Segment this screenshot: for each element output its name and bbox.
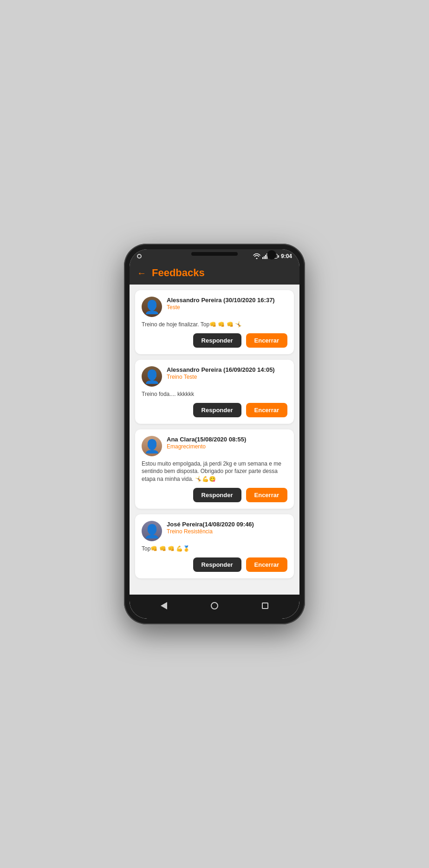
nav-home-button[interactable]	[208, 599, 221, 612]
back-nav-icon	[161, 602, 167, 609]
card-name-3: Ana Clara(15/08/2020 08:55)	[167, 436, 287, 443]
phone-screen: 9:04 ← Feedbacks Alessandro Pereira (30/…	[130, 249, 299, 619]
phone-frame: 9:04 ← Feedbacks Alessandro Pereira (30/…	[124, 244, 305, 624]
encerrar-button-4[interactable]: Encerrar	[246, 557, 287, 572]
card-message-3: Estou muito empolgada, já perdi 2kg e um…	[142, 460, 287, 483]
status-left	[137, 254, 142, 259]
feedback-card-4: José Pereira(14/08/2020 09:46) Treino Re…	[135, 514, 294, 578]
avatar-4	[142, 521, 162, 541]
card-name-4: José Pereira(14/08/2020 09:46)	[167, 521, 287, 528]
card-actions-3: Responder Encerrar	[142, 488, 287, 502]
recent-nav-icon	[262, 602, 268, 609]
feedback-list: Alessandro Pereira (30/10/2020 16:37) Te…	[130, 285, 299, 595]
page-title: Feedbacks	[152, 267, 205, 279]
card-message-1: Treino de hoje finalizar. Top👊 👊 👊 🤸	[142, 321, 287, 329]
card-subtitle-3: Emagrecimento	[167, 443, 287, 450]
bottom-nav	[130, 595, 299, 619]
card-name-2: Alessandro Pereira (16/09/2020 14:05)	[167, 366, 287, 373]
card-info-2: Alessandro Pereira (16/09/2020 14:05) Tr…	[167, 366, 287, 380]
avatar-2	[142, 366, 162, 387]
card-subtitle-1: Teste	[167, 304, 287, 311]
card-info-4: José Pereira(14/08/2020 09:46) Treino Re…	[167, 521, 287, 535]
status-indicator	[137, 254, 142, 259]
back-button[interactable]: ←	[137, 268, 146, 279]
card-info-1: Alessandro Pereira (30/10/2020 16:37) Te…	[167, 297, 287, 311]
card-message-4: Top👊 👊 👊 💪🥇	[142, 545, 287, 553]
encerrar-button-1[interactable]: Encerrar	[246, 333, 287, 348]
top-bar: ← Feedbacks	[130, 262, 299, 285]
card-name-1: Alessandro Pereira (30/10/2020 16:37)	[167, 297, 287, 304]
card-subtitle-4: Treino Resistência	[167, 528, 287, 535]
card-header-4: José Pereira(14/08/2020 09:46) Treino Re…	[142, 521, 287, 541]
card-actions-2: Responder Encerrar	[142, 403, 287, 417]
feedback-card-2: Alessandro Pereira (16/09/2020 14:05) Tr…	[135, 360, 294, 424]
avatar-3	[142, 436, 162, 456]
responder-button-2[interactable]: Responder	[193, 403, 241, 417]
card-header-1: Alessandro Pereira (30/10/2020 16:37) Te…	[142, 297, 287, 317]
avatar-1	[142, 297, 162, 317]
responder-button-4[interactable]: Responder	[193, 557, 241, 572]
nav-recent-button[interactable]	[259, 599, 272, 612]
home-nav-icon	[211, 602, 218, 609]
card-actions-1: Responder Encerrar	[142, 333, 287, 348]
card-header-3: Ana Clara(15/08/2020 08:55) Emagreciment…	[142, 436, 287, 456]
card-message-2: Treino foda.... kkkkkk	[142, 390, 287, 398]
card-info-3: Ana Clara(15/08/2020 08:55) Emagreciment…	[167, 436, 287, 450]
feedback-card-1: Alessandro Pereira (30/10/2020 16:37) Te…	[135, 290, 294, 354]
phone-notch	[191, 252, 238, 256]
camera-dot	[267, 250, 276, 259]
responder-button-1[interactable]: Responder	[193, 333, 241, 348]
feedback-card-3: Ana Clara(15/08/2020 08:55) Emagreciment…	[135, 429, 294, 509]
nav-back-button[interactable]	[157, 599, 170, 612]
wifi-icon	[253, 253, 260, 259]
time-display: 9:04	[281, 253, 292, 259]
card-actions-4: Responder Encerrar	[142, 557, 287, 572]
responder-button-3[interactable]: Responder	[193, 488, 241, 502]
encerrar-button-2[interactable]: Encerrar	[246, 403, 287, 417]
card-header-2: Alessandro Pereira (16/09/2020 14:05) Tr…	[142, 366, 287, 387]
card-subtitle-2: Treino Teste	[167, 374, 287, 380]
encerrar-button-3[interactable]: Encerrar	[246, 488, 287, 502]
